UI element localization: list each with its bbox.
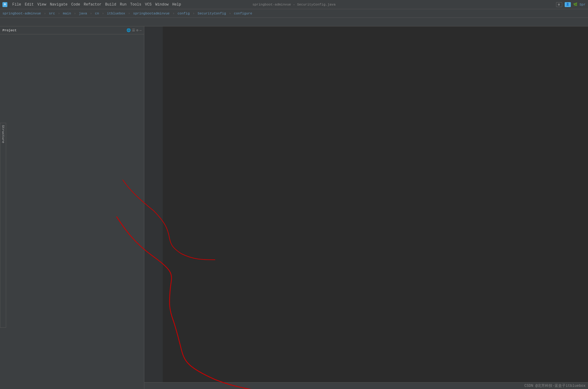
menu-item-refactor[interactable]: Refactor — [84, 2, 102, 7]
menu-item-vcs[interactable]: VCS — [145, 2, 152, 7]
menu-item-code[interactable]: Code — [71, 2, 80, 7]
sidebar-icon-list[interactable]: ☰ — [132, 28, 135, 32]
sidebar-tree — [0, 34, 144, 389]
menu-item-view[interactable]: View — [37, 2, 46, 7]
structure-tab[interactable]: Structure — [0, 123, 6, 328]
breadcrumb-separator: › — [72, 12, 78, 15]
menu-item-run[interactable]: Run — [120, 2, 127, 7]
branch-label: 🌿 Spr — [573, 2, 586, 6]
sidebar-icon-gear[interactable]: ⚙ — [136, 28, 138, 32]
breadcrumb-separator: › — [42, 12, 48, 15]
breadcrumb-separator: › — [170, 12, 177, 15]
breadcrumb-part[interactable]: springbootadminvue — [133, 12, 170, 15]
breadcrumb-bar: springboot-adminvue › src › main › java … — [0, 9, 588, 18]
sidebar-icon-globe[interactable]: 🌐 — [127, 28, 131, 32]
breadcrumb-separator: › — [56, 12, 62, 15]
gutter — [157, 26, 163, 382]
user-icon: 👤 — [565, 2, 571, 7]
sidebar-title: Project — [2, 29, 17, 32]
menu-bar[interactable]: FileEditViewNavigateCodeRefactorBuildRun… — [12, 2, 181, 7]
menu-item-window[interactable]: Window — [155, 2, 169, 7]
status-bar: CSDN @北芳科技-蓝盒子itbluebox — [144, 382, 588, 389]
breadcrumb[interactable]: springboot-adminvue › src › main › java … — [2, 12, 252, 15]
watermark: CSDN @北芳科技-蓝盒子itbluebox — [524, 383, 586, 388]
breadcrumb-part[interactable]: src — [49, 12, 55, 15]
breadcrumb-separator: › — [191, 12, 197, 15]
breadcrumb-part[interactable]: itbluebox — [107, 12, 125, 15]
menu-item-build[interactable]: Build — [105, 2, 116, 7]
menu-item-file[interactable]: File — [12, 2, 21, 7]
project-sidebar: Project 🌐 ☰ ⚙ — — [0, 26, 144, 389]
sidebar-icon-minimize[interactable]: — — [139, 29, 142, 32]
breadcrumb-part[interactable]: java — [79, 12, 87, 15]
breadcrumb-part[interactable]: SecurityConfig — [198, 12, 226, 15]
breadcrumb-part[interactable]: springboot-adminvue — [2, 12, 41, 15]
main-layout: Project 🌐 ☰ ⚙ — CSDN @北芳科技-蓝盒子itbluebox — [0, 26, 588, 389]
menu-item-tools[interactable]: Tools — [130, 2, 141, 7]
tab-bar — [0, 18, 588, 26]
menu-item-help[interactable]: Help — [172, 2, 181, 7]
breadcrumb-separator: › — [88, 12, 94, 15]
breadcrumb-separator: › — [100, 12, 106, 15]
menu-item-edit[interactable]: Edit — [25, 2, 34, 7]
menu-item-navigate[interactable]: Navigate — [50, 2, 68, 7]
breadcrumb-part[interactable]: config — [177, 12, 190, 15]
settings-button[interactable]: ⚙ — [556, 2, 562, 7]
editor-content — [144, 26, 588, 382]
code-area[interactable] — [163, 26, 588, 382]
sidebar-header: Project 🌐 ☰ ⚙ — — [0, 26, 144, 34]
sidebar-header-icons[interactable]: 🌐 ☰ ⚙ — — [127, 28, 142, 32]
breadcrumb-part[interactable]: main — [63, 12, 71, 15]
editor-area: CSDN @北芳科技-蓝盒子itbluebox — [144, 26, 588, 389]
title-bar: A FileEditViewNavigateCodeRefactorBuildR… — [0, 0, 588, 9]
breadcrumb-part[interactable]: configure — [234, 12, 252, 15]
breadcrumb-separator: › — [126, 12, 132, 15]
breadcrumb-separator: › — [227, 12, 233, 15]
window-title: springboot-adminvue - SecurityConfig.jav… — [252, 3, 336, 6]
line-numbers — [144, 26, 157, 382]
breadcrumb-part[interactable]: cn — [95, 12, 99, 15]
